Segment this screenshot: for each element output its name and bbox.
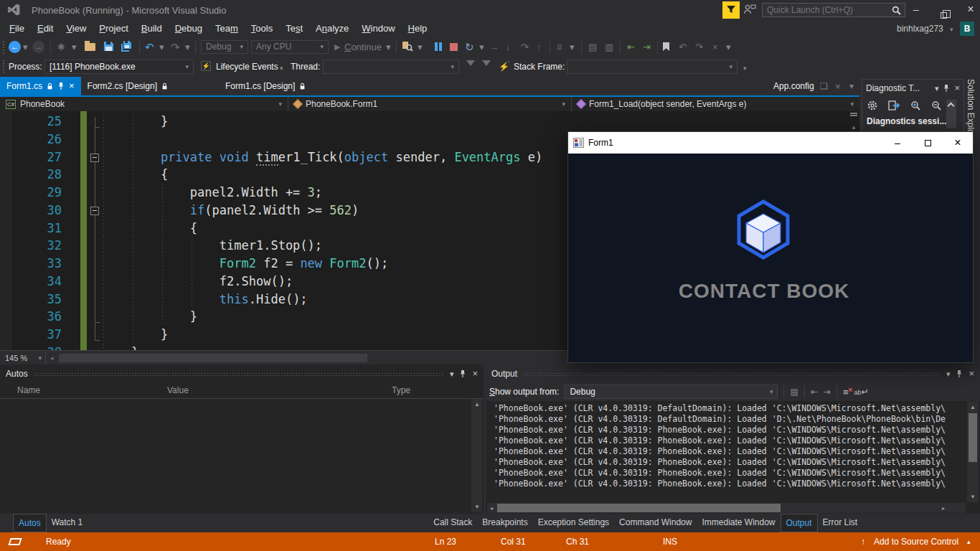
redo-dropdown-icon[interactable]: ▾ [185, 41, 190, 53]
scroll-up-icon[interactable] [948, 103, 955, 110]
zoom-level-dropdown[interactable]: 145 %▾ [1, 352, 46, 364]
scrollbar-thumb[interactable] [497, 504, 781, 512]
close-icon[interactable]: × [969, 369, 974, 378]
close-document-icon[interactable]: × [835, 81, 841, 92]
status-column[interactable]: Col 31 [501, 537, 526, 547]
continue-dropdown-icon[interactable]: ▾ [386, 41, 391, 53]
find-dropdown-icon[interactable]: ▾ [418, 41, 423, 53]
thread-dropdown[interactable]: ▾ [323, 60, 459, 74]
debug-dropdown-icon[interactable]: ▾ [479, 41, 484, 53]
window-position-icon[interactable]: ▾ [935, 84, 939, 93]
toolbar-grip[interactable] [2, 40, 5, 55]
navigate-backward-button[interactable]: ← [9, 41, 21, 53]
save-all-button[interactable] [121, 41, 132, 53]
show-source-icon[interactable]: ▥ [605, 41, 613, 53]
continue-label[interactable]: Continue [344, 41, 382, 53]
tab-error-list[interactable]: Error List [818, 514, 863, 532]
word-wrap-icon[interactable]: ab↵ [854, 387, 868, 397]
feedback-filter-icon[interactable] [722, 1, 740, 19]
stop-button[interactable] [450, 41, 458, 53]
horizontal-scrollbar-thumb[interactable] [59, 354, 367, 362]
status-line[interactable]: Ln 23 [435, 537, 456, 547]
increase-indent-icon[interactable]: ⇥ [643, 41, 651, 53]
new-file-dropdown-icon[interactable]: ▾ [72, 41, 77, 53]
tab-call-stack[interactable]: Call Stack [428, 514, 477, 532]
next-bookmark-icon[interactable]: ↷ [695, 41, 703, 53]
autos-scrollbar[interactable]: ▲ ▼ [471, 399, 482, 512]
project-dropdown[interactable]: C# PhoneBook ▾ [0, 97, 288, 111]
close-tab-icon[interactable]: × [69, 77, 75, 95]
find-icon[interactable] [402, 41, 413, 53]
zoom-in-icon[interactable] [910, 100, 921, 111]
process-dropdown[interactable]: [1116] PhoneBook.exe▾ [44, 60, 194, 74]
next-message-icon[interactable]: ⇥ [824, 387, 831, 397]
diagnostic-scrollbar[interactable] [946, 100, 956, 128]
menu-build[interactable]: Build [135, 20, 169, 37]
form-maximize-button[interactable] [913, 132, 943, 154]
lifecycle-events-icon[interactable]: ⚡ [201, 61, 211, 71]
tab-Form1.cs[interactable]: Form1.cs× [0, 77, 81, 95]
autos-header[interactable]: Autos ▾ × [0, 364, 484, 382]
account-name[interactable]: binhlxag273 [897, 24, 943, 34]
output-source-dropdown[interactable]: Debug▾ [565, 385, 778, 399]
tab-Form2.cs [Design][interactable]: Form2.cs [Design] [81, 77, 174, 95]
toolbar-grip[interactable] [2, 60, 5, 74]
stack-frame-dropdown[interactable]: ▾ [567, 60, 738, 74]
bookmark-dropdown-icon[interactable]: ▾ [726, 41, 731, 53]
new-file-button[interactable]: ✱ [57, 41, 65, 53]
solution-platform-dropdown[interactable]: Any CPU▾ [251, 40, 329, 54]
filter-flagged-icon[interactable] [482, 60, 491, 66]
column-header-value[interactable]: Value [167, 385, 189, 395]
lifecycle-events-label[interactable]: Lifecycle Events [216, 62, 278, 72]
tab-autos[interactable]: Autos [13, 514, 47, 532]
menu-team[interactable]: Team [209, 20, 245, 37]
status-character[interactable]: Ch 31 [566, 537, 589, 547]
menu-view[interactable]: View [60, 20, 93, 37]
step-out-button[interactable]: ↑ [537, 41, 542, 53]
breakpoints-dropdown-icon[interactable]: ▾ [570, 41, 575, 53]
output-vertical-scrollbar[interactable]: ▲ ▼ [967, 402, 979, 502]
menu-debug[interactable]: Debug [169, 20, 209, 37]
form-close-button[interactable]: × [943, 132, 973, 154]
save-button[interactable] [103, 41, 114, 53]
split-window-handle[interactable] [850, 113, 857, 116]
continue-play-icon[interactable]: ▶ [334, 41, 340, 53]
tab-immediate-window[interactable]: Immediate Window [697, 514, 780, 532]
quick-launch-input[interactable] [763, 5, 892, 15]
pin-icon[interactable] [956, 369, 963, 378]
navigate-forward-button[interactable]: → [32, 41, 44, 53]
diagnostic-tools-header[interactable]: Diagnostic T... ▾ × [862, 80, 963, 97]
pin-icon[interactable] [943, 84, 950, 93]
scroll-up-icon[interactable]: ▲ [967, 404, 979, 410]
menu-help[interactable]: Help [402, 20, 434, 37]
menu-window[interactable]: Window [355, 20, 401, 37]
restart-button[interactable]: ↻ [465, 41, 474, 53]
menu-analyze[interactable]: Analyze [309, 20, 355, 37]
show-threads-icon[interactable]: ▤ [588, 41, 597, 53]
tab-breakpoints[interactable]: Breakpoints [477, 514, 532, 532]
member-dropdown[interactable]: Form1_Load(object sender, EventArgs e) ▾ [572, 97, 859, 111]
status-insert-mode[interactable]: INS [663, 537, 677, 547]
scroll-left-icon[interactable]: ◂ [487, 505, 496, 512]
send-feedback-icon[interactable] [743, 4, 756, 15]
menu-edit[interactable]: Edit [31, 20, 60, 37]
show-next-statement-button[interactable]: → [489, 41, 499, 53]
close-button[interactable]: × [960, 0, 980, 19]
pause-button[interactable] [435, 41, 438, 53]
scroll-up-icon[interactable]: ▲ [471, 401, 483, 408]
decrease-indent-icon[interactable]: ⇤ [627, 41, 635, 53]
scroll-left-icon[interactable]: ◂ [50, 354, 54, 362]
step-over-button[interactable]: ↷ [521, 41, 529, 53]
column-header-type[interactable]: Type [392, 385, 410, 395]
tab-exception-settings[interactable]: Exception Settings [533, 514, 614, 532]
tab-output[interactable]: Output [781, 514, 818, 532]
menu-file[interactable]: File [3, 20, 31, 37]
menu-test[interactable]: Test [279, 20, 309, 37]
autos-body[interactable] [0, 399, 484, 514]
close-icon[interactable]: × [954, 84, 960, 93]
float-window-icon[interactable]: ❏ [820, 81, 828, 92]
restore-button[interactable] [933, 0, 954, 19]
bookmark-icon[interactable] [663, 41, 669, 53]
scroll-right-icon[interactable]: ▸ [939, 505, 948, 512]
filter-threads-icon[interactable] [466, 60, 475, 66]
